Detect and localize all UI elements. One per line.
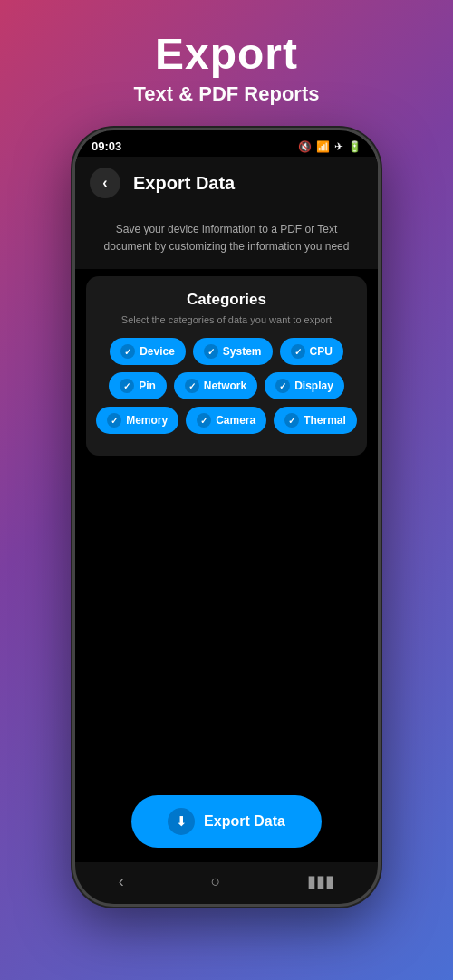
chip-network-label: Network <box>204 380 246 392</box>
export-button-area: ⬇ Export Data <box>75 781 378 862</box>
check-cpu: ✓ <box>291 344 305 359</box>
chip-display[interactable]: ✓ Display <box>265 372 344 399</box>
mute-icon: 🔇 <box>298 140 312 153</box>
checkmark-icon: ✓ <box>124 347 131 357</box>
screen-title: Export Data <box>133 173 235 194</box>
check-device: ✓ <box>120 344 135 359</box>
volume-down-button <box>72 253 74 284</box>
checkmark-icon: ✓ <box>123 381 130 391</box>
hero-subtitle: Text & PDF Reports <box>134 82 320 106</box>
chip-system-label: System <box>223 345 262 358</box>
status-icons: 🔇 📶 ✈ 🔋 <box>298 140 361 153</box>
chip-display-label: Display <box>294 380 333 392</box>
check-pin: ✓ <box>120 379 134 393</box>
download-icon: ⬇ <box>176 813 188 830</box>
back-icon: ‹ <box>102 175 107 191</box>
checkmark-icon: ✓ <box>200 416 207 426</box>
description-area: Save your device information to a PDF or… <box>75 209 378 269</box>
chip-thermal[interactable]: ✓ Thermal <box>274 407 357 434</box>
chips-row-2: ✓ Pin ✓ Network ✓ Display <box>99 372 354 399</box>
categories-subtitle: Select the categories of data you want t… <box>99 314 354 325</box>
checkmark-icon: ✓ <box>279 381 286 391</box>
status-time: 09:03 <box>92 139 121 153</box>
checkmark-icon: ✓ <box>111 416 118 426</box>
chip-camera-label: Camera <box>216 414 255 427</box>
chip-thermal-label: Thermal <box>304 414 346 427</box>
categories-title: Categories <box>99 291 354 309</box>
wifi-icon: 📶 <box>316 140 330 153</box>
volume-up-button <box>72 212 74 244</box>
status-bar: 09:03 🔇 📶 ✈ 🔋 <box>75 130 378 157</box>
nav-home-icon[interactable]: ○ <box>211 872 221 891</box>
chip-device[interactable]: ✓ Device <box>110 338 186 365</box>
download-icon-circle: ⬇ <box>168 808 195 835</box>
check-network: ✓ <box>185 379 199 393</box>
check-display: ✓ <box>275 379 290 393</box>
chip-cpu-label: CPU <box>310 345 333 358</box>
airplane-icon: ✈ <box>334 140 343 153</box>
nav-recent-icon[interactable]: ▮▮▮ <box>307 871 334 891</box>
checkmark-icon: ✓ <box>294 347 302 357</box>
chips-row-1: ✓ Device ✓ System ✓ CPU <box>99 338 354 365</box>
battery-icon: 🔋 <box>348 140 361 153</box>
check-system: ✓ <box>204 344 218 359</box>
app-header: ‹ Export Data <box>75 157 378 209</box>
phone-frame: 09:03 🔇 📶 ✈ 🔋 ‹ Export Data Save your de… <box>72 128 381 907</box>
chips-row-3: ✓ Memory ✓ Camera ✓ Thermal <box>99 407 354 434</box>
checkmark-icon: ✓ <box>207 347 215 357</box>
back-button[interactable]: ‹ <box>90 168 120 198</box>
categories-card: Categories Select the categories of data… <box>86 276 367 456</box>
chip-pin[interactable]: ✓ Pin <box>109 372 167 399</box>
hero-title: Export <box>155 29 298 79</box>
check-thermal: ✓ <box>284 413 299 428</box>
check-memory: ✓ <box>107 413 121 428</box>
chip-pin-label: Pin <box>139 380 156 392</box>
chip-system[interactable]: ✓ System <box>193 338 273 365</box>
content-spacer <box>75 463 378 781</box>
chip-camera[interactable]: ✓ Camera <box>186 407 266 434</box>
chip-device-label: Device <box>140 345 175 358</box>
description-text: Save your device information to a PDF or… <box>104 223 350 253</box>
export-button-label: Export Data <box>204 813 285 830</box>
check-camera: ✓ <box>197 413 211 428</box>
nav-bar: ‹ ○ ▮▮▮ <box>75 862 378 904</box>
power-button <box>379 230 381 280</box>
chip-cpu[interactable]: ✓ CPU <box>280 338 343 365</box>
nav-back-icon[interactable]: ‹ <box>119 872 124 891</box>
checkmark-icon: ✓ <box>188 381 196 391</box>
phone-screen: ‹ Export Data Save your device informati… <box>75 157 378 862</box>
chip-network[interactable]: ✓ Network <box>174 372 257 399</box>
checkmark-icon: ✓ <box>288 416 295 426</box>
chip-memory-label: Memory <box>126 414 168 427</box>
chip-memory[interactable]: ✓ Memory <box>96 407 178 434</box>
export-button[interactable]: ⬇ Export Data <box>131 795 322 848</box>
